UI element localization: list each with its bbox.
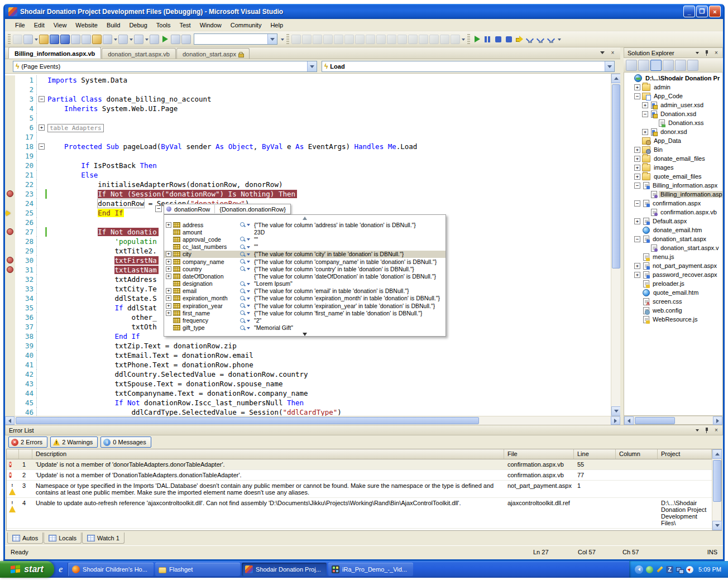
visualizer-dropdown-icon[interactable] (247, 290, 250, 294)
navigate-forward-icon[interactable] (150, 35, 159, 44)
toolbar-find-combo[interactable] (194, 33, 277, 45)
tree-minus-icon[interactable]: − (642, 111, 648, 117)
start-button[interactable]: start (0, 561, 54, 578)
error-list-title-bar[interactable]: Error List × (5, 425, 723, 435)
menu-tools[interactable]: Tools (152, 20, 175, 30)
tree-item-admin[interactable]: +admin (624, 83, 722, 92)
tab-autos[interactable]: Autos (7, 533, 43, 544)
active-files-dropdown-icon[interactable] (598, 49, 606, 56)
internet-explorer-icon[interactable]: e (59, 564, 63, 575)
breakpoint-gutter[interactable] (5, 142, 15, 151)
error-list-vertical-scrollbar[interactable] (712, 449, 721, 530)
event-dropdown-arrow-icon[interactable] (605, 61, 614, 71)
taskbar-button-flashget[interactable]: Flashget (155, 563, 240, 576)
toolbar-options-icon[interactable] (557, 35, 562, 44)
code-line[interactable]: 4 Inherits System.Web.UI.Page (5, 104, 611, 113)
tree-item-donation-start-aspx[interactable]: −donation_start.aspx (624, 234, 722, 243)
copy-web-site-icon[interactable] (302, 35, 312, 44)
add-new-item-icon[interactable] (23, 35, 33, 44)
properties-icon[interactable] (626, 60, 637, 71)
tree-plus-icon[interactable]: + (634, 165, 640, 171)
auto-hide-pin-icon[interactable] (703, 49, 711, 57)
magnifier-icon[interactable] (240, 288, 246, 294)
redo-icon[interactable] (118, 35, 128, 44)
code-line[interactable]: 20 If IsPostBack Then (5, 161, 611, 170)
scroll-right-button[interactable] (611, 416, 620, 425)
tree-item-menu-js[interactable]: menu.js (624, 252, 722, 261)
tree-plus-icon[interactable]: + (634, 84, 640, 90)
scroll-up-button[interactable] (712, 449, 722, 459)
tree-item-confirmation-aspx-vb[interactable]: confirmation.aspx.vb (624, 208, 722, 217)
taskbar-button-ira-pro-demo-vid-[interactable]: iRa_Pro_Demo_-_Vid... (328, 563, 413, 576)
magnifier-icon[interactable] (240, 281, 246, 287)
datatip-member-row[interactable]: gift_type"Memorial Gift" (164, 324, 446, 332)
position-absolute-icon[interactable] (387, 35, 396, 44)
menu-test[interactable]: Test (175, 20, 195, 30)
scroll-down-button[interactable] (611, 406, 620, 416)
nest-related-files-icon[interactable] (650, 60, 662, 71)
member-visualizer[interactable] (240, 251, 254, 257)
undo-dropdown-icon[interactable] (113, 35, 118, 44)
member-visualizer[interactable] (240, 266, 254, 272)
tree-item-donation-xss[interactable]: Donation.xss (624, 118, 722, 127)
datatip-member-row[interactable]: +city{"The value for column 'city' in ta… (164, 251, 446, 258)
scroll-down-button[interactable] (712, 521, 722, 530)
copy-icon[interactable] (82, 35, 91, 44)
redo-dropdown-icon[interactable] (128, 35, 133, 44)
datatip-member-row[interactable]: designation"Lorem Ipsum" (164, 280, 446, 287)
menu-edit[interactable]: Edit (30, 20, 49, 30)
breakpoint-gutter[interactable] (5, 170, 15, 180)
breakpoint-gutter[interactable] (5, 75, 15, 85)
datatip-member-row[interactable]: +company_name{"The value for column 'com… (164, 258, 446, 265)
breakpoint-gutter[interactable] (5, 94, 15, 104)
breakpoint-gutter[interactable] (5, 180, 15, 189)
auto-hide-pin-icon[interactable] (703, 426, 711, 434)
tree-plus-icon[interactable]: + (642, 129, 648, 135)
taskbar-button-shodair-children-s-ho-[interactable]: Shodair Children's Ho... (69, 563, 154, 576)
navigate-backward-dropdown-icon[interactable] (144, 35, 149, 44)
breakpoint-gutter[interactable] (5, 104, 15, 113)
column-header-blank[interactable] (19, 449, 32, 459)
column-header-Description[interactable]: Description (32, 449, 504, 459)
datatip-member-row[interactable]: +expiration_month{"The value for column … (164, 295, 446, 302)
member-visualizer[interactable] (240, 258, 254, 265)
datatip-member-row[interactable]: +dateOfDonation{"The value for column 'd… (164, 272, 446, 280)
anchor-icon[interactable] (366, 35, 375, 44)
breakpoint-icon[interactable] (7, 266, 13, 273)
code-line[interactable]: 24 donationRow = Session("donationRow") (5, 199, 611, 208)
breakpoint-gutter[interactable] (5, 227, 15, 237)
breakpoint-gutter[interactable] (5, 161, 15, 170)
member-visualizer[interactable] (240, 303, 254, 309)
document-tab-donation_start.aspx[interactable]: donation_start.aspx (176, 48, 250, 59)
visualizer-dropdown-icon[interactable] (247, 246, 250, 250)
breakpoint-gutter[interactable] (5, 218, 15, 227)
tree-item-app-code[interactable]: −App_Code (624, 92, 722, 100)
tree-minus-icon[interactable]: − (634, 200, 640, 207)
datatip-member-row[interactable]: amount23D (164, 228, 446, 236)
breakpoint-gutter[interactable] (5, 113, 15, 123)
close-pane-icon[interactable]: × (712, 49, 720, 57)
stop-debugging-icon[interactable] (494, 35, 503, 44)
filter-2-errors[interactable]: 2 Errors (8, 437, 47, 448)
datatip-member-row[interactable]: approval_code"" (164, 236, 446, 243)
breakpoint-gutter[interactable] (5, 332, 15, 341)
font-style-icon[interactable] (323, 35, 333, 44)
menu-debug[interactable]: Debug (124, 20, 151, 30)
datatip-member-row[interactable]: cc_last_numbers"" (164, 243, 446, 251)
column-header-Line[interactable]: Line (574, 449, 616, 459)
pencil-tool-icon[interactable] (656, 566, 663, 573)
magnifier-icon[interactable] (240, 318, 246, 324)
editor-vertical-scrollbar[interactable] (611, 74, 620, 416)
solution-explorer-title-bar[interactable]: Solution Explorer × (624, 47, 723, 58)
web-navigate-back-icon[interactable] (13, 35, 22, 44)
filezilla-icon[interactable]: Z (666, 566, 673, 573)
code-line[interactable]: 45 If Not donationRow.Iscc_last_numbersN… (5, 398, 611, 407)
error-row[interactable]: 2'Update' is not a member of 'DonationTa… (7, 470, 712, 481)
display-toolbar-icon[interactable] (291, 35, 301, 44)
decrease-indent-icon[interactable] (334, 35, 343, 44)
magnifier-icon[interactable] (240, 266, 246, 272)
tree-item-bin[interactable]: +Bin (624, 145, 722, 154)
solution-explorer-horizontal-scrollbar[interactable] (624, 416, 723, 425)
tree-plus-icon[interactable]: + (634, 263, 640, 269)
tree-item-d-shodair-donation-pr[interactable]: D:\...\Shodair Donation Pr (624, 74, 722, 83)
